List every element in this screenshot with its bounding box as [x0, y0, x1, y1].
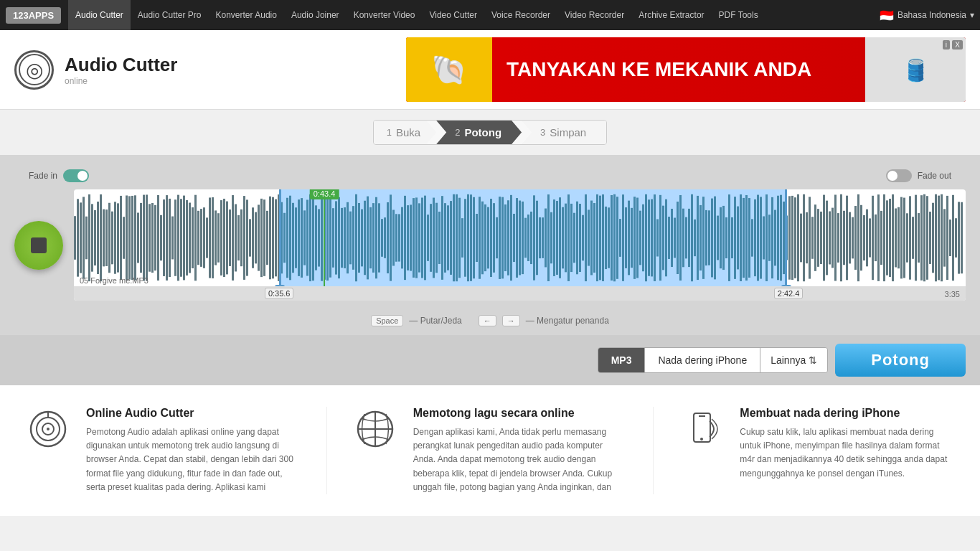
nav-item-konverter-video[interactable]: Konverter Video: [347, 0, 423, 30]
cut-button[interactable]: Potong: [835, 344, 966, 377]
info-text-1: Memotong lagu secara online Dengan aplik…: [413, 407, 625, 494]
bottom-toolbar: MP3 Nada dering iPhone Lainnya ⇅ Potong: [0, 335, 980, 385]
nav-item-audio-joiner[interactable]: Audio Joiner: [284, 0, 347, 30]
info-text-0: Online Audio Cutter Pemotong Audio adala…: [86, 407, 298, 494]
stop-button[interactable]: [14, 221, 63, 270]
waveform-canvas: [74, 189, 966, 286]
ad-shell-right: 🛢️: [865, 37, 966, 102]
nav-item-archive-extractor[interactable]: Archive Extractor: [631, 0, 711, 30]
iphone-ringtone-icon: [682, 407, 725, 494]
ad-close-button[interactable]: X: [952, 40, 963, 50]
nav-item-audio-cutter-pro[interactable]: Audio Cutter Pro: [131, 0, 209, 30]
arrows-hint-label: — Mengatur penanda: [526, 316, 609, 326]
format-mp3-tab[interactable]: MP3: [598, 348, 645, 372]
step-1-label: Buka: [396, 126, 420, 138]
info-title-2: Membuat nada dering iPhone: [740, 407, 951, 420]
step-3-simpan[interactable]: 3 Simpan: [522, 121, 606, 144]
right-handle-time-label: 2:42.4: [774, 288, 804, 299]
fade-in-toggle[interactable]: [63, 169, 89, 182]
ad-text: TANYAKAN KE MEKANIK ANDA: [492, 58, 865, 81]
language-selector[interactable]: 🇮🇩 Bahasa Indonesia ▾: [880, 9, 974, 22]
playhead-time: 0:43.4: [310, 189, 339, 199]
top-navigation: 123APPS Audio Cutter Audio Cutter Pro Ko…: [0, 0, 980, 30]
ad-shell-logo: 🐚: [406, 37, 492, 102]
step-3-label: Simpan: [550, 126, 586, 138]
waveform-container[interactable]: // This will be replaced by actual bars …: [74, 189, 966, 301]
info-title-1: Memotong lagu secara online: [413, 407, 625, 420]
info-body-0: Pemotong Audio adalah aplikasi online ya…: [86, 425, 298, 494]
svg-point-3: [47, 428, 50, 430]
app-subtitle: online: [65, 76, 177, 86]
right-arrow-key[interactable]: →: [502, 315, 520, 326]
fade-controls: Fade in Fade out: [14, 169, 966, 182]
online-music-icon: [356, 407, 399, 494]
info-body-1: Dengan aplikasi kami, Anda tidak perlu m…: [413, 425, 625, 494]
filename-label: 05 Forgive me.MP3: [80, 276, 149, 285]
app-title-block: Audio Cutter online: [65, 54, 177, 86]
editor-area: Fade in Fade out // This will be r: [0, 155, 980, 335]
info-card-0: Online Audio Cutter Pemotong Audio adala…: [29, 407, 298, 494]
fade-out-toggle[interactable]: [886, 169, 912, 182]
steps-bar: 1 Buka 2 Potong 3 Simpan: [0, 110, 980, 155]
total-time-label: 3:35: [945, 290, 960, 298]
flag-icon: 🇮🇩: [880, 9, 894, 22]
fade-out-control: Fade out: [886, 169, 951, 182]
left-handle-time-label: 0:35.6: [265, 288, 294, 299]
info-divider-2: [653, 407, 654, 494]
info-section: Online Audio Cutter Pemotong Audio adala…: [0, 385, 980, 516]
editor-inner: // This will be replaced by actual bars …: [14, 189, 966, 301]
fade-out-label: Fade out: [918, 171, 951, 181]
app-header: Audio Cutter online 🐚 TANYAKAN KE MEKANI…: [0, 30, 980, 110]
chevron-up-down-icon: ⇅: [809, 354, 817, 366]
info-body-2: Cukup satu klik, lalu aplikasi membuat n…: [740, 425, 951, 481]
time-bar: 05 Forgive me.MP3 3:35: [74, 286, 966, 301]
space-key: Space: [371, 315, 403, 326]
svg-point-10: [700, 438, 703, 441]
brand-logo[interactable]: 123APPS: [6, 7, 61, 24]
svg-rect-8: [694, 413, 710, 442]
format-other-label: Lainnya: [771, 354, 806, 366]
keyboard-hints: Space — Putar/Jeda ← → — Mengatur penand…: [14, 315, 966, 326]
nav-item-video-cutter[interactable]: Video Cutter: [422, 0, 484, 30]
step-1-buka[interactable]: 1 Buka: [374, 121, 436, 144]
left-trim-handle[interactable]: [279, 189, 281, 286]
app-title: Audio Cutter: [65, 54, 177, 76]
info-divider-1: [326, 407, 327, 494]
stop-icon: [31, 237, 47, 253]
step-2-potong[interactable]: 2 Potong: [436, 121, 522, 144]
format-other-tab[interactable]: Lainnya ⇅: [760, 348, 827, 372]
format-ringtone-tab[interactable]: Nada dering iPhone: [644, 348, 760, 372]
nav-item-voice-recorder[interactable]: Voice Recorder: [484, 0, 557, 30]
nav-item-audio-cutter[interactable]: Audio Cutter: [68, 0, 131, 30]
info-card-1: Memotong lagu secara online Dengan aplik…: [356, 407, 625, 494]
language-label: Bahasa Indonesia: [897, 10, 966, 20]
info-text-2: Membuat nada dering iPhone Cukup satu kl…: [740, 407, 951, 494]
audio-cutter-icon: [29, 407, 72, 494]
right-trim-handle[interactable]: [785, 189, 787, 286]
step-1-num: 1: [387, 127, 392, 138]
step-2-num: 2: [455, 127, 460, 138]
fade-in-label: Fade in: [29, 171, 57, 181]
left-arrow-key[interactable]: ←: [479, 315, 496, 326]
nav-item-konverter-audio[interactable]: Konverter Audio: [209, 0, 284, 30]
step-3-num: 3: [540, 127, 545, 138]
ad-info-button[interactable]: i: [943, 40, 950, 50]
info-card-2: Membuat nada dering iPhone Cukup satu kl…: [682, 407, 951, 494]
advertisement-banner: 🐚 TANYAKAN KE MEKANIK ANDA 🛢️ i X: [406, 37, 966, 102]
info-title-0: Online Audio Cutter: [86, 407, 298, 420]
app-logo: [14, 50, 54, 90]
play-hint-label: — Putar/Jeda: [409, 316, 461, 326]
step-2-label: Potong: [464, 126, 501, 138]
fade-in-control: Fade in: [29, 169, 89, 182]
playhead[interactable]: 0:43.4: [324, 189, 325, 286]
format-group: MP3 Nada dering iPhone Lainnya ⇅: [598, 347, 829, 373]
chevron-down-icon: ▾: [970, 10, 974, 20]
nav-item-pdf-tools[interactable]: PDF Tools: [712, 0, 765, 30]
nav-item-video-recorder[interactable]: Video Recorder: [557, 0, 631, 30]
